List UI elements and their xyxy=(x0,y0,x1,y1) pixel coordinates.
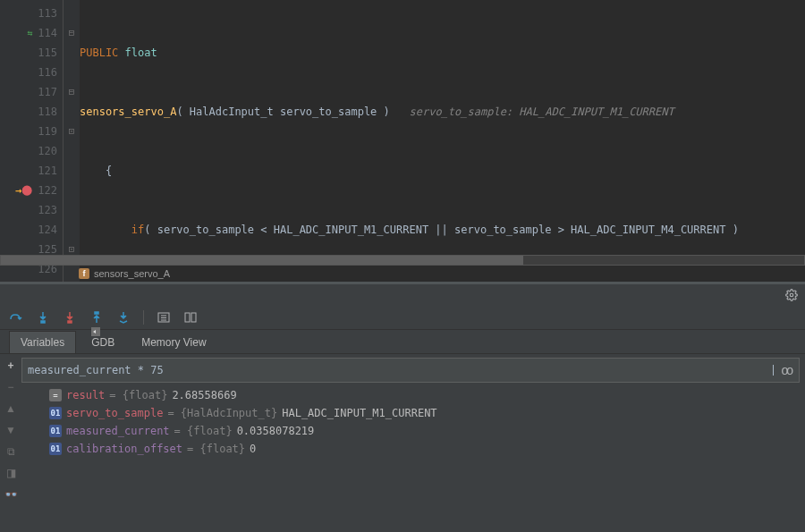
watch-expression-row: oo xyxy=(21,358,800,383)
trace-current-icon[interactable] xyxy=(183,310,198,325)
debug-panel: Variables GDB Memory View + − ▲ ▼ ⧉ ◨ 👓 … xyxy=(0,284,805,532)
force-step-into-icon[interactable] xyxy=(63,310,77,325)
evaluate-expression-icon[interactable] xyxy=(157,310,171,325)
line-number: 115 xyxy=(38,43,57,63)
line-number: 116 xyxy=(38,63,57,82)
step-into-icon[interactable] xyxy=(36,310,50,325)
var-value: HAL_ADC_INPUT_M1_CURRENT xyxy=(282,407,436,419)
var-value: 0 xyxy=(250,443,256,455)
brace: { xyxy=(106,165,112,177)
down-icon[interactable]: ▼ xyxy=(5,424,16,436)
step-over-icon[interactable] xyxy=(9,310,23,325)
debug-tabs: Variables GDB Memory View xyxy=(0,330,805,354)
var-name: calibration_offset xyxy=(66,443,182,455)
primitive-var-icon: 01 xyxy=(49,443,62,455)
var-type: = {HalAdcInput_t} xyxy=(167,407,277,419)
primitive-var-icon: 01 xyxy=(49,407,62,419)
gear-icon[interactable] xyxy=(785,289,798,301)
keyword: PUBLIC xyxy=(80,46,118,59)
up-icon[interactable]: ▲ xyxy=(5,402,16,415)
gutter: 113 ⇆114 115 116 117 118 119 120 121 →⬤1… xyxy=(0,0,64,282)
expression-result-icon: = xyxy=(49,389,62,401)
execution-pointer-icon[interactable]: →⬤ xyxy=(15,181,32,200)
variable-row[interactable]: 01 servo_to_sample = {HalAdcInput_t} HAL… xyxy=(27,404,805,422)
svg-rect-1 xyxy=(41,321,45,323)
var-type: = {float} xyxy=(109,389,167,401)
watch-result-row[interactable]: = result = {float} 2.68558669 xyxy=(27,386,805,404)
code-area[interactable]: PUBLIC float sensors_servo_A( HalAdcInpu… xyxy=(80,0,805,282)
var-name: servo_to_sample xyxy=(66,407,163,419)
var-value: 2.68558669 xyxy=(172,389,236,401)
glasses-icon[interactable]: 👓 xyxy=(4,488,18,501)
svg-rect-3 xyxy=(95,312,98,314)
svg-rect-5 xyxy=(185,313,190,322)
show-watches-icon[interactable]: ◨ xyxy=(6,467,16,479)
signature: ( HalAdcInput_t servo_to_sample ) xyxy=(176,106,389,118)
var-type: = {float} xyxy=(174,425,233,437)
keyword: if xyxy=(131,224,144,236)
remove-watch-icon[interactable]: − xyxy=(7,381,13,393)
line-number: 124 xyxy=(38,220,57,240)
code-editor[interactable]: 113 ⇆114 115 116 117 118 119 120 121 →⬤1… xyxy=(0,0,805,282)
breadcrumb-name: sensors_servo_A xyxy=(94,268,170,279)
var-type: = {float} xyxy=(187,443,245,455)
variables-side-toolbar: + − ▲ ▼ ⧉ ◨ 👓 xyxy=(0,354,21,532)
var-name: result xyxy=(66,389,105,401)
tab-memory-view[interactable]: Memory View xyxy=(130,331,217,353)
line-number: 123 xyxy=(38,200,57,220)
tab-gdb[interactable]: GDB xyxy=(80,322,126,353)
line-number: 113 xyxy=(38,4,57,23)
condition: ( servo_to_sample < HAL_ADC_INPUT_M1_CUR… xyxy=(144,224,739,236)
function-name: sensors_servo_A xyxy=(80,106,176,118)
type: float xyxy=(125,46,157,59)
line-number: 121 xyxy=(38,161,57,181)
watch-expression-input[interactable] xyxy=(22,364,775,376)
vcs-change-icon[interactable]: ⇆ xyxy=(27,23,32,43)
var-value: 0.0358078219 xyxy=(237,425,315,437)
history-icon[interactable]: oo xyxy=(774,363,799,377)
fold-column[interactable]: ⊟⊟⊡⊡ xyxy=(64,0,80,282)
line-number: 119 xyxy=(38,122,57,141)
inlay-hint-label: servo_to_sample: xyxy=(409,106,513,118)
primitive-var-icon: 01 xyxy=(49,425,62,437)
duplicate-icon[interactable]: ⧉ xyxy=(7,445,15,458)
add-watch-icon[interactable]: + xyxy=(7,359,13,372)
var-name: measured_current xyxy=(66,425,170,437)
svg-rect-2 xyxy=(68,321,72,323)
svg-point-0 xyxy=(790,293,793,297)
variables-tree[interactable]: = result = {float} 2.68558669 01 servo_t… xyxy=(21,383,805,458)
line-number: 114 xyxy=(38,23,57,43)
function-badge-icon: f xyxy=(79,268,89,279)
horizontal-scrollbar[interactable] xyxy=(0,255,805,266)
variable-row[interactable]: 01 calibration_offset = {float} 0 xyxy=(27,440,805,458)
variable-row[interactable]: 01 measured_current = {float} 0.03580782… xyxy=(27,422,805,440)
line-number: 120 xyxy=(38,141,57,161)
line-number: 117 xyxy=(38,82,57,102)
line-number: 122 xyxy=(38,181,57,200)
tab-variables[interactable]: Variables xyxy=(9,331,76,353)
svg-rect-6 xyxy=(191,313,196,322)
line-number: 118 xyxy=(38,102,57,122)
inlay-hint-value: HAL_ADC_INPUT_M1_CURRENT xyxy=(519,106,674,118)
breadcrumb[interactable]: f sensors_servo_A xyxy=(79,266,170,282)
